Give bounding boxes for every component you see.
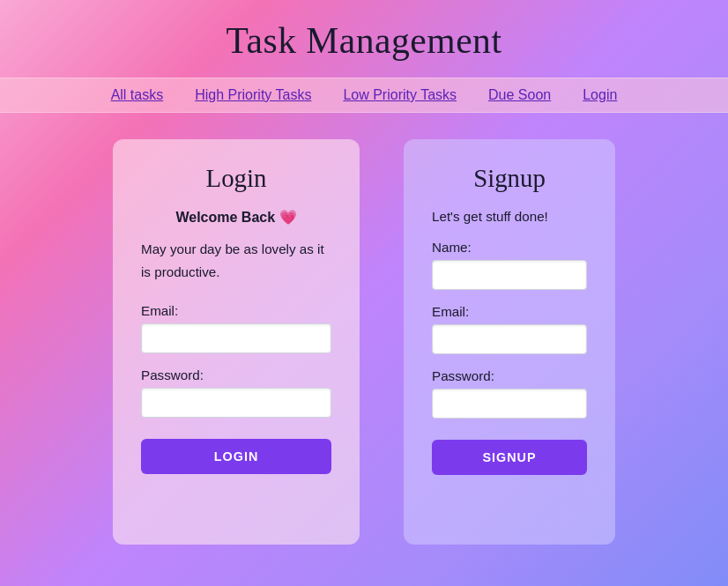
nav-low-priority[interactable]: Low Priority Tasks <box>343 87 457 102</box>
signup-password-label: Password: <box>432 368 587 383</box>
cards-container: Login Welcome Back 💗 May your day be as … <box>0 113 728 571</box>
signup-name-label: Name: <box>432 240 587 255</box>
signup-name-input[interactable] <box>432 260 587 290</box>
login-welcome-text: Welcome Back 💗 <box>141 209 331 226</box>
login-password-label: Password: <box>141 367 331 382</box>
nav-all-tasks[interactable]: All tasks <box>111 87 164 102</box>
signup-card: Signup Let's get stuff done! Name: Email… <box>404 139 615 545</box>
login-card: Login Welcome Back 💗 May your day be as … <box>113 139 360 545</box>
nav-bar: All tasks High Priority Tasks Low Priori… <box>0 78 728 113</box>
signup-card-title: Signup <box>432 164 587 193</box>
page-title: Task Management <box>0 0 728 78</box>
signup-email-label: Email: <box>432 304 587 319</box>
signup-email-input[interactable] <box>432 324 587 354</box>
nav-due-soon[interactable]: Due Soon <box>488 87 551 102</box>
nav-login[interactable]: Login <box>583 87 617 102</box>
signup-password-input[interactable] <box>432 389 587 419</box>
login-button[interactable]: LOGIN <box>141 439 331 474</box>
nav-high-priority[interactable]: High Priority Tasks <box>195 87 311 102</box>
login-email-input[interactable] <box>141 323 331 353</box>
signup-tagline: Let's get stuff done! <box>432 209 587 224</box>
login-card-title: Login <box>141 164 331 193</box>
login-email-label: Email: <box>141 303 331 318</box>
login-password-input[interactable] <box>141 388 331 418</box>
signup-button[interactable]: SIGNUP <box>432 440 587 475</box>
login-tagline: May your day be as lovely as it is produ… <box>141 238 331 284</box>
